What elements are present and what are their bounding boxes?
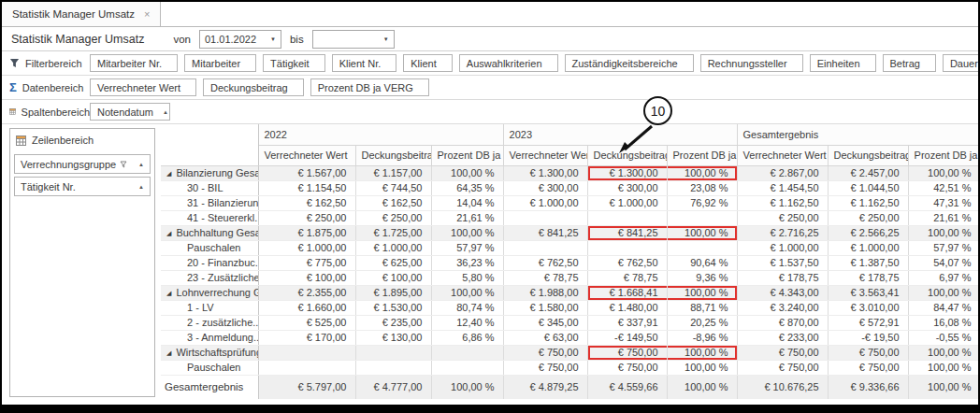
pivot-cell[interactable]: € 750,00 bbox=[737, 345, 828, 360]
pivot-cell[interactable]: 57,97 % bbox=[431, 240, 503, 255]
pivot-cell[interactable]: € 250,00 bbox=[737, 210, 828, 225]
expand-icon[interactable]: ◢ bbox=[166, 290, 171, 296]
pivot-cell[interactable]: € 841,25 bbox=[587, 225, 667, 240]
pivot-row-1[interactable]: 30 - BIL€ 1.154,50€ 744,5064,35 %€ 300,0… bbox=[161, 180, 980, 195]
pivot-cell[interactable]: € 1.000,00 bbox=[355, 240, 431, 255]
column-header-2-0[interactable]: Verrechneter Wert bbox=[737, 145, 828, 165]
filter-field-8[interactable]: Einheiten bbox=[810, 54, 876, 72]
pivot-cell[interactable]: € 1.725,00 bbox=[355, 225, 431, 240]
pivot-cell[interactable] bbox=[258, 345, 355, 360]
pivot-cell[interactable]: € 233,00 bbox=[737, 330, 828, 345]
grand-total-cell[interactable]: € 4.777,00 bbox=[355, 375, 431, 399]
pivot-cell[interactable]: € 572,91 bbox=[828, 315, 908, 330]
grand-total-cell[interactable]: € 4.879,25 bbox=[503, 375, 587, 399]
close-icon[interactable]: × bbox=[144, 9, 150, 20]
pivot-cell[interactable]: € 1.660,00 bbox=[258, 300, 355, 315]
row-label[interactable]: 41 - Steuererkl... bbox=[161, 210, 258, 225]
pivot-row-8[interactable]: ◢Lohnverrechung G...€ 2.355,00€ 1.895,00… bbox=[161, 285, 980, 300]
filter-field-0[interactable]: Mitarbeiter Nr. bbox=[90, 54, 178, 72]
pivot-cell[interactable]: € 178,75 bbox=[828, 270, 908, 285]
pivot-cell[interactable]: € 1.668,41 bbox=[587, 285, 667, 300]
pivot-cell[interactable]: € 750,00 bbox=[828, 345, 908, 360]
pivot-cell[interactable]: € 178,75 bbox=[737, 270, 828, 285]
pivot-row-7[interactable]: 23 - Zusätzliche...€ 100,00€ 100,005,80 … bbox=[161, 270, 980, 285]
pivot-cell[interactable]: 9,36 % bbox=[667, 270, 737, 285]
pivot-cell[interactable]: € 750,00 bbox=[737, 360, 828, 375]
pivot-cell[interactable] bbox=[503, 210, 587, 225]
pivot-row-2[interactable]: 31 - Bilanzierun...€ 162,50€ 162,5014,04… bbox=[161, 195, 980, 210]
pivot-cell[interactable] bbox=[431, 345, 503, 360]
grand-total-cell[interactable]: € 5.797,00 bbox=[258, 375, 355, 399]
pivot-cell[interactable]: € 1.044,50 bbox=[828, 180, 908, 195]
pivot-cell[interactable]: € 235,00 bbox=[355, 315, 431, 330]
filter-field-5[interactable]: Auswahlkriterien bbox=[459, 54, 558, 72]
pivot-row-3[interactable]: 41 - Steuererkl...€ 250,00€ 250,0021,61 … bbox=[161, 210, 980, 225]
pivot-cell[interactable]: € 170,00 bbox=[258, 330, 355, 345]
pivot-cell[interactable]: € 3.240,00 bbox=[737, 300, 828, 315]
pivot-cell[interactable]: € 1.580,00 bbox=[503, 300, 587, 315]
pivot-cell[interactable]: € 3.010,00 bbox=[828, 300, 908, 315]
tab-statistik-manager-umsatz[interactable]: Statistik Manager Umsatz × bbox=[2, 2, 161, 26]
pivot-cell[interactable]: € 250,00 bbox=[258, 210, 355, 225]
data-field-2[interactable]: Prozent DB ja VERG bbox=[310, 78, 429, 96]
pivot-cell[interactable]: € 337,91 bbox=[587, 315, 667, 330]
column-group-header-0[interactable]: 2022 bbox=[258, 124, 503, 145]
pivot-cell[interactable]: € 2.566,25 bbox=[828, 225, 908, 240]
filter-field-1[interactable]: Mitarbeiter bbox=[184, 54, 256, 72]
column-field-notendatum[interactable]: Notendatum ▲ bbox=[90, 103, 170, 121]
column-header-1-2[interactable]: Prozent DB ja V... bbox=[667, 145, 737, 165]
pivot-cell[interactable] bbox=[587, 210, 667, 225]
pivot-cell[interactable] bbox=[587, 240, 667, 255]
pivot-row-13[interactable]: Pauschalen€ 750,00€ 750,00100,00 %€ 750,… bbox=[161, 360, 980, 375]
pivot-cell[interactable]: 54,07 % bbox=[908, 255, 980, 270]
pivot-cell[interactable]: 100,00 % bbox=[667, 225, 737, 240]
pivot-cell[interactable]: € 1.537,50 bbox=[737, 255, 828, 270]
data-field-1[interactable]: Deckungsbeitrag bbox=[203, 78, 304, 96]
pivot-cell[interactable]: € 1.480,00 bbox=[587, 300, 667, 315]
pivot-cell[interactable]: 21,61 % bbox=[431, 210, 503, 225]
pivot-cell[interactable]: € 762,50 bbox=[503, 255, 587, 270]
pivot-cell[interactable]: 16,08 % bbox=[908, 315, 980, 330]
pivot-cell[interactable]: € 750,00 bbox=[587, 360, 667, 375]
sort-asc-icon[interactable]: ▲ bbox=[138, 162, 144, 167]
row-label[interactable]: 3 - Anmeldung... bbox=[161, 330, 258, 345]
pivot-cell[interactable]: 100,00 % bbox=[667, 360, 737, 375]
pivot-row-11[interactable]: 3 - Anmeldung...€ 170,00€ 130,006,86 %€ … bbox=[161, 330, 980, 345]
pivot-cell[interactable] bbox=[258, 360, 355, 375]
pivot-cell[interactable]: € 750,00 bbox=[587, 345, 667, 360]
pivot-cell[interactable]: € 1.300,00 bbox=[587, 165, 667, 180]
row-field-taetigkeit-nr[interactable]: Tätigkeit Nr. ▲ bbox=[14, 177, 151, 196]
pivot-cell[interactable]: € 130,00 bbox=[355, 330, 431, 345]
expand-icon[interactable]: ◢ bbox=[166, 349, 171, 356]
pivot-cell[interactable]: € 750,00 bbox=[828, 360, 908, 375]
pivot-cell[interactable]: € 1.387,50 bbox=[828, 255, 908, 270]
grand-total-cell[interactable]: € 10.676,25 bbox=[737, 375, 828, 399]
pivot-cell[interactable]: 100,00 % bbox=[908, 225, 980, 240]
pivot-cell[interactable]: -8,96 % bbox=[667, 330, 737, 345]
pivot-cell[interactable]: 84,47 % bbox=[908, 300, 980, 315]
pivot-cell[interactable] bbox=[431, 360, 503, 375]
row-label[interactable]: ◢Bilanzierung Gesamt bbox=[161, 165, 258, 180]
row-label[interactable]: 30 - BIL bbox=[161, 180, 258, 195]
bis-date-combobox[interactable]: ▼ bbox=[312, 30, 395, 49]
row-field-verrechnungsgruppe[interactable]: Verrechnungsgruppe ▲ bbox=[14, 154, 151, 174]
expand-icon[interactable]: ◢ bbox=[166, 170, 171, 177]
pivot-cell[interactable]: € 63,00 bbox=[503, 330, 587, 345]
pivot-row-5[interactable]: Pauschalen€ 1.000,00€ 1.000,0057,97 %€ 1… bbox=[161, 240, 980, 255]
row-label[interactable]: 2 - zusätzliche... bbox=[161, 315, 258, 330]
pivot-cell[interactable]: € 525,00 bbox=[258, 315, 355, 330]
pivot-cell[interactable]: € 750,00 bbox=[503, 345, 587, 360]
pivot-cell[interactable]: 100,00 % bbox=[667, 165, 737, 180]
pivot-cell[interactable]: € 2.716,25 bbox=[737, 225, 828, 240]
pivot-cell[interactable]: € 3.563,41 bbox=[828, 285, 908, 300]
pivot-cell[interactable]: 5,80 % bbox=[431, 270, 503, 285]
pivot-cell[interactable]: 100,00 % bbox=[908, 345, 980, 360]
pivot-cell[interactable]: € 1.000,00 bbox=[503, 195, 587, 210]
column-header-2-2[interactable]: Prozent DB ja V... bbox=[908, 145, 980, 165]
pivot-cell[interactable]: € 1.895,00 bbox=[355, 285, 431, 300]
pivot-cell[interactable]: -€ 19,50 bbox=[828, 330, 908, 345]
pivot-cell[interactable]: € 1.162,50 bbox=[737, 195, 828, 210]
pivot-cell[interactable]: 90,64 % bbox=[667, 255, 737, 270]
column-group-header-2[interactable]: Gesamtergebnis bbox=[737, 124, 980, 145]
chevron-down-icon[interactable]: ▼ bbox=[383, 36, 389, 42]
